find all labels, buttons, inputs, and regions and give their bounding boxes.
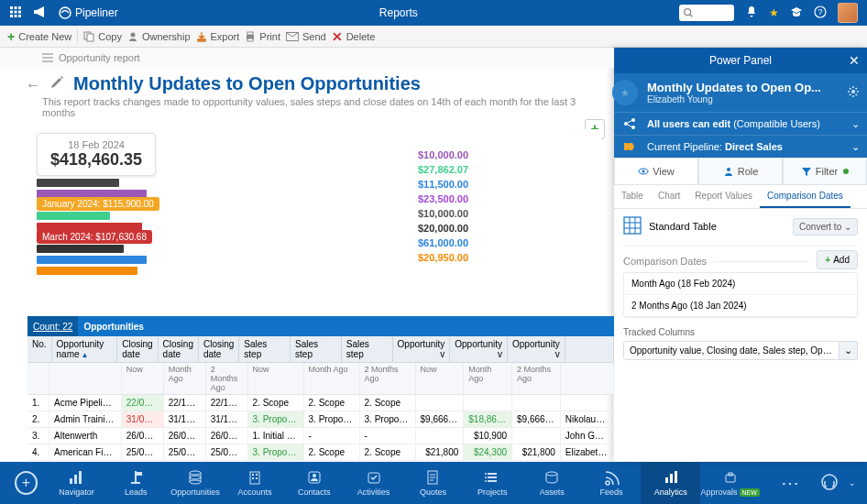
ownership-button[interactable]: Ownership bbox=[127, 31, 191, 42]
nav-assets[interactable]: Assets bbox=[522, 462, 582, 504]
tracked-columns-input[interactable]: Opportunity value, Closing date, Sales s… bbox=[623, 341, 840, 360]
avatar[interactable] bbox=[838, 3, 858, 23]
svg-rect-68 bbox=[670, 474, 673, 483]
bell-icon[interactable] bbox=[745, 5, 758, 21]
svg-point-43 bbox=[190, 471, 201, 475]
svg-rect-42 bbox=[131, 482, 140, 484]
report-name: Monthly Updates to Open Op... bbox=[647, 81, 858, 94]
chart: 18 Feb 2024 $418,460.35 January 2024: $1… bbox=[33, 129, 601, 312]
table-row[interactable]: 4.American Fidelity (Subsi...25/08/20242… bbox=[27, 444, 614, 461]
nav-activities[interactable]: Activities bbox=[344, 462, 403, 504]
gear-icon[interactable] bbox=[847, 85, 860, 100]
nav-navigator[interactable]: Navigator bbox=[47, 462, 106, 504]
svg-rect-2 bbox=[18, 6, 21, 9]
col-closing-1[interactable]: Closing date bbox=[159, 336, 199, 362]
nav-leads[interactable]: Leads bbox=[106, 462, 166, 504]
print-button[interactable]: Print bbox=[245, 31, 280, 42]
brand[interactable]: Pipeliner bbox=[59, 6, 118, 19]
add-date-button[interactable]: +Add bbox=[817, 250, 858, 269]
page-subtitle: This report tracks changes made to oppor… bbox=[0, 96, 614, 126]
pipeline-row[interactable]: Current Pipeline: Direct Sales ⌄ bbox=[614, 135, 867, 158]
series-label: $10,000.00 bbox=[418, 208, 468, 219]
table-row[interactable]: 2.Admin Training Course31/03/202431/12/2… bbox=[27, 411, 614, 428]
table-row[interactable]: 3.Altenwerth26/04/202426/01/202426/01/20… bbox=[27, 428, 614, 444]
svg-rect-48 bbox=[250, 472, 259, 484]
nav-accounts[interactable]: Accounts bbox=[225, 462, 285, 504]
subtab-values[interactable]: Report Values bbox=[687, 185, 760, 208]
col-name[interactable]: Opportunity name▲ bbox=[52, 336, 118, 362]
series-label: $20,950.00 bbox=[418, 252, 468, 263]
col-val-0[interactable]: Opportunity v bbox=[393, 336, 451, 362]
tab-view[interactable]: View bbox=[614, 158, 698, 184]
copy-button[interactable]: Copy bbox=[83, 31, 122, 42]
svg-point-31 bbox=[642, 170, 645, 173]
col-closing-2[interactable]: Closing date bbox=[199, 336, 239, 362]
tab-filter[interactable]: Filter bbox=[783, 158, 867, 184]
svg-line-29 bbox=[628, 125, 632, 127]
nav-opportunities[interactable]: Opportunities bbox=[166, 462, 225, 504]
crumb-label[interactable]: Opportunity report bbox=[59, 52, 140, 63]
expand-icon[interactable]: ⌄ bbox=[849, 478, 862, 488]
tab-role[interactable]: Role bbox=[698, 158, 783, 184]
col-step-1[interactable]: Sales step bbox=[291, 336, 342, 362]
series-label: $20,000.00 bbox=[418, 223, 468, 234]
pencil-icon[interactable] bbox=[49, 75, 64, 93]
table-row[interactable]: 1.Acme Pipeline Setup22/08/202422/12/202… bbox=[27, 395, 614, 411]
opportunities-table: Count: 22 Opportunities No. Opportunity … bbox=[27, 316, 614, 461]
nav-projects[interactable]: Projects bbox=[463, 462, 522, 504]
tracked-columns-chevron[interactable]: ⌄ bbox=[840, 341, 858, 360]
svg-line-11 bbox=[690, 15, 693, 17]
svg-point-44 bbox=[190, 476, 201, 479]
create-new-button[interactable]: +Create New bbox=[7, 29, 71, 44]
nav-more[interactable]: ⋯ bbox=[760, 462, 819, 504]
close-icon[interactable]: ✕ bbox=[849, 53, 860, 68]
comparison-date-item[interactable]: Month Ago (18 Feb 2024) bbox=[624, 273, 857, 295]
std-table-label: Standard Table bbox=[649, 221, 717, 232]
comparison-date-item[interactable]: 2 Months Ago (18 Jan 2024) bbox=[624, 295, 857, 317]
export-button[interactable]: Export bbox=[196, 31, 240, 42]
svg-line-28 bbox=[628, 121, 632, 124]
quick-add-button[interactable]: + bbox=[15, 471, 38, 495]
nav-approvals[interactable]: ApprovalsNEW bbox=[700, 462, 760, 504]
col-val-1[interactable]: Opportunity v bbox=[450, 336, 508, 362]
col-step-0[interactable]: Sales step bbox=[239, 336, 291, 362]
nav-quotes[interactable]: Quotes bbox=[403, 462, 463, 504]
send-button[interactable]: Send bbox=[286, 31, 326, 42]
svg-rect-0 bbox=[10, 6, 13, 9]
svg-point-63 bbox=[485, 473, 487, 475]
pill-january: January 2024: $115,900.00 bbox=[37, 197, 159, 211]
col-no[interactable]: No. bbox=[27, 336, 52, 362]
svg-point-66 bbox=[546, 472, 557, 476]
nav-analytics[interactable]: Analytics bbox=[641, 462, 700, 504]
toolbar: +Create New Copy Ownership Export Print … bbox=[0, 26, 867, 48]
subtab-table[interactable]: Table bbox=[614, 185, 651, 208]
chart-tooltip: 18 Feb 2024 $418,460.35 bbox=[37, 133, 156, 176]
convert-button[interactable]: Convert to ⌄ bbox=[793, 218, 858, 236]
help-icon[interactable]: ? bbox=[814, 5, 827, 21]
search-input[interactable] bbox=[679, 5, 734, 21]
col-step-2[interactable]: Sales step bbox=[342, 336, 393, 362]
svg-rect-52 bbox=[256, 477, 258, 479]
delete-button[interactable]: ✕Delete bbox=[332, 29, 376, 44]
chevron-down-icon: ⌄ bbox=[851, 118, 860, 130]
grad-cap-icon[interactable] bbox=[790, 5, 803, 21]
support-icon[interactable] bbox=[819, 472, 849, 494]
apps-icon[interactable] bbox=[9, 5, 22, 21]
col-val-2[interactable]: Opportunity v bbox=[508, 336, 565, 362]
nav-contacts[interactable]: Contacts bbox=[284, 462, 344, 504]
panel-report-title: ★ Monthly Updates to Open Op... Elizabet… bbox=[614, 73, 867, 112]
subtab-chart[interactable]: Chart bbox=[651, 185, 687, 208]
favorite-icon[interactable]: ★ bbox=[612, 80, 638, 105]
share-row[interactable]: All users can edit (Compatible Users) ⌄ bbox=[614, 112, 867, 135]
top-center-label[interactable]: Reports bbox=[118, 6, 679, 19]
svg-rect-18 bbox=[247, 32, 253, 35]
subtab-comparison[interactable]: Comparison Dates bbox=[760, 185, 851, 208]
back-button[interactable]: ← bbox=[26, 77, 40, 93]
tracked-columns-label: Tracked Columns bbox=[623, 327, 858, 337]
count-cell[interactable]: Count: 22 bbox=[27, 316, 78, 336]
star-icon[interactable]: ★ bbox=[769, 6, 779, 19]
col-closing-0[interactable]: Closing date bbox=[117, 336, 158, 362]
megaphone-icon[interactable] bbox=[33, 5, 48, 21]
tooltip-date: 18 Feb 2024 bbox=[50, 139, 142, 150]
nav-feeds[interactable]: Feeds bbox=[582, 462, 642, 504]
